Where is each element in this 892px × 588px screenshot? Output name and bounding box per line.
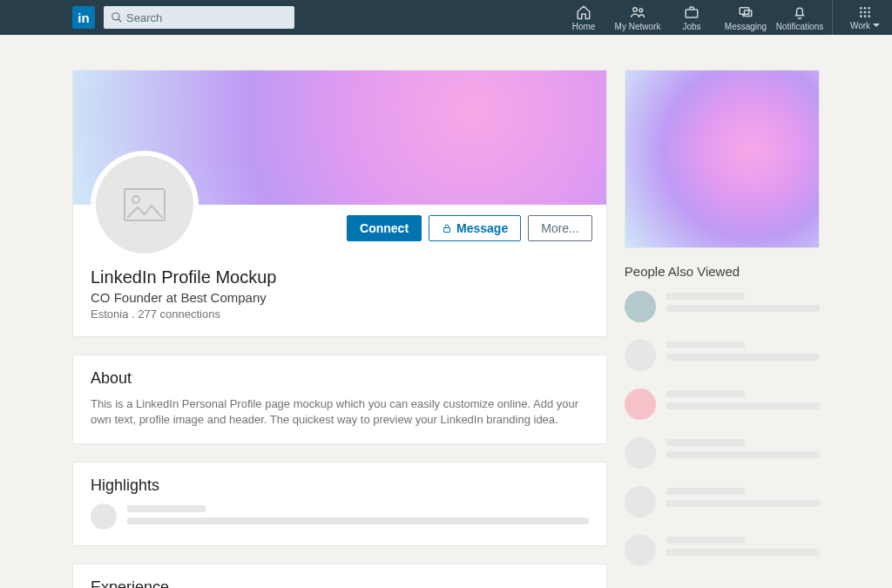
profile-header-card: Connect Message More... LinkedIn Profile… [72,70,607,337]
highlight-avatar-placeholder [91,504,117,530]
svg-point-11 [864,10,867,13]
also-text-placeholder [666,535,820,561]
also-text-placeholder [666,389,820,415]
profile-connections[interactable]: 277 connections [138,308,220,321]
people-icon [630,4,645,20]
also-viewed-item[interactable] [625,340,820,371]
skeleton-line [666,402,820,409]
message-button-label: Message [456,221,508,235]
search-input[interactable] [104,6,294,29]
image-placeholder-icon [124,188,166,221]
grid-icon [858,5,872,19]
also-text-placeholder [666,291,820,317]
skeleton-line [666,293,745,300]
svg-rect-18 [444,228,450,233]
chat-icon [738,4,753,20]
svg-line-1 [118,19,122,23]
home-icon [576,4,591,20]
svg-rect-6 [745,10,752,16]
page-body: Connect Message More... LinkedIn Profile… [0,35,892,588]
nav-items: Home My Network Jobs Messaging Notificat… [557,0,892,35]
side-column: People Also Viewed [625,70,820,588]
nav-work-label: Work [850,21,870,30]
linkedin-logo[interactable]: in [72,6,95,29]
briefcase-icon [684,4,699,20]
also-viewed-list [625,291,820,566]
svg-point-10 [860,10,862,13]
nav-notifications[interactable]: Notifications [773,0,827,35]
nav-home[interactable]: Home [557,0,611,35]
nav-home-label: Home [572,22,596,31]
svg-point-13 [860,15,862,17]
also-viewed-item[interactable] [625,291,820,322]
svg-point-9 [868,7,870,10]
svg-point-14 [864,15,867,17]
svg-point-7 [860,7,862,10]
bell-icon [792,4,808,20]
nav-network[interactable]: My Network [611,0,665,35]
svg-rect-4 [686,10,698,17]
search-icon [111,11,123,24]
cover-photo[interactable] [73,71,606,205]
nav-jobs[interactable]: Jobs [665,0,719,35]
also-text-placeholder [666,486,820,512]
highlights-title: Highlights [91,476,589,495]
skeleton-line [666,500,820,507]
skeleton-line [666,549,820,556]
also-avatar-placeholder [625,340,656,371]
highlight-text-placeholder [127,504,589,530]
also-text-placeholder [666,437,820,463]
also-viewed-item[interactable] [625,486,820,517]
also-avatar-placeholder [625,389,656,420]
skeleton-line [666,305,820,312]
svg-point-2 [633,7,638,11]
skeleton-line [666,341,745,348]
profile-name: LinkedIn Profile Mockup [91,267,589,287]
profile-meta: Estonia . 277 connections [91,308,589,321]
skeleton-line [127,517,589,524]
more-button[interactable]: More... [528,215,592,241]
main-column: Connect Message More... LinkedIn Profile… [72,70,607,588]
nav-messaging[interactable]: Messaging [719,0,773,35]
connect-button[interactable]: Connect [347,215,422,241]
also-avatar-placeholder [625,486,656,517]
experience-card: Experience [72,564,607,588]
svg-rect-16 [125,189,165,220]
also-avatar-placeholder [625,535,656,566]
svg-point-17 [132,196,139,203]
chevron-down-icon [873,24,880,27]
svg-point-15 [868,15,870,17]
side-promo-image[interactable] [625,70,820,248]
message-button[interactable]: Message [429,215,521,241]
highlight-item [91,504,589,530]
nav-messaging-label: Messaging [725,22,767,31]
skeleton-line [666,439,745,446]
nav-network-label: My Network [615,22,661,31]
avatar-placeholder[interactable] [96,156,193,253]
about-card: About This is a LinkedIn Personal Profil… [72,355,607,444]
also-viewed-item[interactable] [625,535,820,566]
svg-point-12 [868,10,870,13]
search-wrapper [104,6,294,29]
also-viewed-item[interactable] [625,437,820,469]
profile-location: Estonia [91,308,128,321]
also-avatar-placeholder [625,437,656,469]
about-title: About [91,369,589,388]
nav-jobs-label: Jobs [682,22,700,31]
also-viewed-item[interactable] [625,389,820,420]
experience-title: Experience [91,578,589,588]
skeleton-line [666,354,820,361]
nav-work[interactable]: Work [838,0,892,35]
skeleton-line [666,390,745,397]
svg-point-3 [639,8,643,11]
about-body: This is a LinkedIn Personal Profile page… [91,396,589,428]
avatar-border [91,151,199,259]
nav-notifications-label: Notifications [776,22,823,31]
also-text-placeholder [666,340,820,366]
also-viewed-title: People Also Viewed [625,264,820,279]
lock-icon [442,223,452,233]
top-nav: in Home My Network Jobs Messaging Notifi… [0,0,892,35]
skeleton-line [666,537,745,544]
nav-divider [832,0,833,35]
skeleton-line [127,505,206,512]
